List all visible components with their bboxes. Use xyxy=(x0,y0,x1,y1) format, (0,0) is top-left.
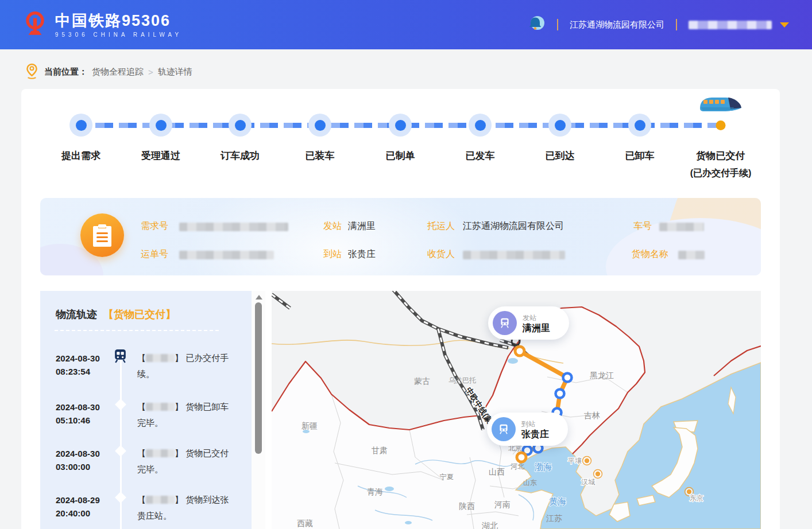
map-label: 乌兰巴托 xyxy=(448,376,476,384)
stage-node xyxy=(69,114,92,137)
map-label: 黑龙江 xyxy=(590,371,614,380)
map-label: 河南 xyxy=(494,500,511,509)
origin-name: 满洲里 xyxy=(523,323,550,333)
station-redacted xyxy=(146,354,175,362)
map-label: 江苏 xyxy=(546,514,562,523)
map-label: 甘肃 xyxy=(372,446,388,455)
header-divider xyxy=(676,19,677,30)
map-label: 西藏 xyxy=(297,519,313,528)
map-label: 湖北 xyxy=(481,521,498,529)
field-label: 发站 xyxy=(323,220,342,232)
brand-title: 中国铁路95306 xyxy=(55,12,182,29)
stage-node xyxy=(149,114,172,137)
stage-label: 受理通过 xyxy=(141,149,180,162)
field-label: 车号 xyxy=(633,220,652,232)
field-value-redacted xyxy=(179,250,274,260)
scrollbar-up-arrow[interactable] xyxy=(256,295,262,299)
page: 中国铁路95306 95306 CHINA RAILWAY 江苏通湖物流园有限公… xyxy=(0,0,812,529)
brand[interactable]: 中国铁路95306 95306 CHINA RAILWAY xyxy=(22,10,182,39)
entry-datetime: 2024-08-2920:40:00 xyxy=(56,493,116,520)
field-label: 托运人 xyxy=(427,220,455,232)
map-label: 青海 xyxy=(367,487,383,496)
route-destination-marker xyxy=(517,453,526,462)
app-header: 中国铁路95306 95306 CHINA RAILWAY 江苏通湖物流园有限公… xyxy=(0,0,812,49)
map-label: 蒙古 xyxy=(414,376,430,386)
tracking-status: 【货物已交付】 xyxy=(103,309,176,320)
lake xyxy=(385,487,394,491)
stage-label: 订车成功 xyxy=(221,149,260,162)
map-label: 宁夏 xyxy=(440,473,454,481)
field-label: 到站 xyxy=(323,248,342,260)
field-value-redacted xyxy=(659,221,704,232)
breadcrumb-item-detail: 轨迹详情 xyxy=(158,67,192,77)
map-label: 新疆 xyxy=(301,421,318,430)
breadcrumb-separator: > xyxy=(148,67,153,77)
entry-message: 【】 货物到达张贵庄站。 xyxy=(137,492,233,524)
entry-datetime: 2024-08-3005:10:46 xyxy=(56,400,116,427)
map-label: 吉林 xyxy=(584,411,600,420)
map-label-city: 汉城 xyxy=(581,478,595,486)
destination-label: 到站 xyxy=(521,419,549,429)
diamond-marker xyxy=(115,445,126,457)
scrollbar-thumb[interactable] xyxy=(255,302,262,454)
stage-label: 已装车 xyxy=(306,149,335,162)
entry-datetime: 2024-08-3003:00:00 xyxy=(56,447,116,473)
breadcrumb-item-tracking[interactable]: 货物全程追踪 xyxy=(92,67,144,77)
stage-sublabel-current: (已办交付手续) xyxy=(690,168,752,180)
destination-name: 张贵庄 xyxy=(521,429,549,439)
entry-message: 【】 货物已卸车完毕。 xyxy=(137,399,233,431)
field-label: 货物名称 xyxy=(632,248,668,260)
train-marker-icon xyxy=(113,348,128,366)
diamond-marker xyxy=(115,492,126,503)
field-value-redacted xyxy=(463,250,565,260)
tracking-panel: 物流轨迹 【货物已交付】 2024-08-3008:23:54 【】 已办交付手… xyxy=(40,291,252,529)
map-label-city: 东京 xyxy=(690,494,703,502)
username-redacted[interactable] xyxy=(689,21,772,29)
location-pin-icon xyxy=(25,63,38,81)
company-name[interactable]: 江苏通湖物流园有限公司 xyxy=(570,20,664,30)
stage-label: 提出需求 xyxy=(61,149,100,162)
stage-node xyxy=(548,114,571,137)
field-value: 张贵庄 xyxy=(348,248,376,260)
stage-node xyxy=(628,114,651,137)
header-divider xyxy=(557,19,558,30)
map-label-sea: 渤海 xyxy=(535,462,552,472)
entry-datetime: 2024-08-3008:23:54 xyxy=(56,352,116,378)
route-waypoint xyxy=(563,374,572,382)
field-value-redacted xyxy=(179,221,288,232)
station-train-icon xyxy=(492,417,516,441)
stage-label-current: 货物已交付 xyxy=(697,149,745,162)
map-label: 河北 xyxy=(511,462,524,470)
route-waypoint xyxy=(556,390,564,398)
station-redacted xyxy=(146,449,175,457)
route-map[interactable]: 中欧中线(蒙段) xyxy=(272,291,761,529)
china-railway-logo-icon xyxy=(22,10,48,39)
lake xyxy=(508,358,518,364)
diamond-marker xyxy=(115,399,126,410)
stage-node xyxy=(229,114,252,137)
waybill-document-icon xyxy=(80,213,124,257)
lake xyxy=(405,521,412,524)
route-origin-marker xyxy=(515,347,524,356)
chevron-down-icon[interactable] xyxy=(780,22,789,28)
origin-popup[interactable]: 发站 满洲里 xyxy=(488,306,569,340)
bullet-train-icon xyxy=(698,94,743,115)
destination-popup[interactable]: 到站 张贵庄 xyxy=(487,413,568,446)
map-label-sea: 黄海 xyxy=(549,496,566,506)
station-train-icon xyxy=(493,311,517,335)
stage-node xyxy=(389,114,412,137)
entry-message: 【】 货物已交付完毕。 xyxy=(137,445,233,477)
origin-label: 发站 xyxy=(523,313,550,323)
stage-label: 已卸车 xyxy=(625,149,655,162)
decor-blob xyxy=(184,198,482,275)
breadcrumb-label: 当前位置： xyxy=(44,67,87,77)
field-value: 满洲里 xyxy=(348,220,376,232)
field-label: 运单号 xyxy=(141,248,168,260)
map-label: 山东 xyxy=(523,479,537,487)
stage-node-current xyxy=(716,120,726,130)
bell-icon[interactable] xyxy=(526,14,546,36)
field-label: 需求号 xyxy=(141,220,168,232)
map-label: 山西 xyxy=(489,467,505,476)
stage-label: 已发车 xyxy=(466,149,495,162)
breadcrumb: 当前位置： 货物全程追踪 > 轨迹详情 xyxy=(25,62,192,81)
